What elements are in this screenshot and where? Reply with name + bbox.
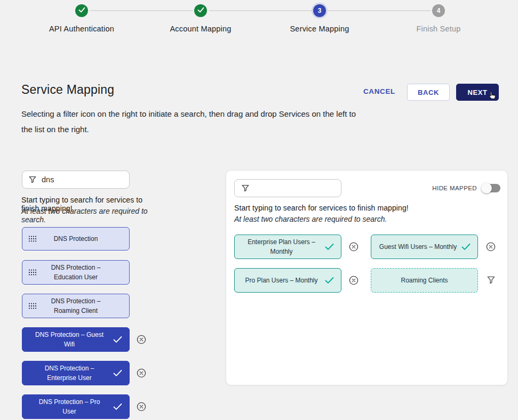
step-1-label: API Authentication — [28, 25, 135, 33]
step-2-label: Account Mapping — [147, 25, 254, 33]
unmap-button-enterprise-plan[interactable] — [349, 242, 358, 252]
step-2-indicator[interactable] — [194, 4, 207, 17]
target-chip-guest-wifi[interactable]: Guest Wifi Users – Monthly — [371, 235, 478, 259]
stepper-connector — [328, 10, 431, 11]
cancel-button[interactable]: CANCEL — [363, 87, 395, 95]
unmap-button-enterprise[interactable] — [137, 368, 146, 378]
unmap-button-pro[interactable] — [137, 402, 146, 411]
mapped-check-icon — [325, 244, 334, 251]
mapped-check-icon — [113, 370, 122, 377]
unmap-button-guest-wifi-monthly[interactable] — [486, 242, 496, 252]
right-helper-secondary: At least two characters are required to … — [234, 215, 387, 223]
mouse-cursor-icon — [487, 91, 497, 101]
mapped-check-icon — [325, 277, 334, 284]
step-number: 3 — [318, 7, 322, 14]
step-3-label: Service Mapping — [266, 25, 373, 33]
service-chip-dns-roaming[interactable]: DNS Protection – Roaming Client — [22, 294, 130, 318]
service-chip-dns-pro[interactable]: DNS Protection – Pro User — [22, 394, 130, 419]
target-chip-label: Roaming Clients — [393, 273, 455, 287]
search-filter-button-roaming[interactable] — [487, 276, 496, 285]
toggle-thumb — [481, 183, 492, 193]
service-chip-label: DNS Protection – Education User — [22, 261, 129, 284]
check-icon — [78, 7, 85, 14]
page-description: Selecting a filter icon on the right to … — [21, 106, 365, 137]
hide-mapped-label: HIDE MAPPED — [408, 185, 477, 191]
service-chip-dns-education[interactable]: DNS Protection – Education User — [22, 260, 130, 285]
drag-handle-icon[interactable] — [29, 270, 36, 276]
target-services-panel: HIDE MAPPED Start typing to search for s… — [226, 170, 508, 385]
left-search-input[interactable] — [22, 171, 130, 189]
drag-handle-icon[interactable] — [29, 303, 36, 309]
stepper-connector — [209, 10, 312, 11]
drag-handle-icon[interactable] — [29, 236, 36, 242]
right-helper-primary: Start typing to search for services to f… — [234, 204, 409, 212]
target-chip-enterprise-plan[interactable]: Enterprise Plan Users – Monthly — [234, 235, 341, 259]
step-4-indicator: 4 — [432, 4, 445, 17]
target-chip-roaming-clients[interactable]: Roaming Clients — [371, 268, 478, 293]
check-icon — [197, 7, 204, 14]
service-chip-dns-guest-wifi[interactable]: DNS Protection – Guest Wifi — [22, 327, 130, 352]
target-chip-label: Pro Plan Users – Monthly — [240, 273, 336, 287]
page-title: Service Mapping — [21, 83, 114, 97]
setup-stepper: 3 4 API Authentication Account Mapping S… — [0, 0, 518, 37]
step-1-indicator[interactable] — [75, 4, 88, 17]
unmap-button-guest-wifi[interactable] — [137, 335, 146, 344]
left-helper-secondary: At least two characters are required to … — [21, 207, 160, 224]
service-chip-label: DNS Protection — [39, 232, 113, 246]
target-chip-label: Guest Wifi Users – Monthly — [374, 240, 475, 254]
available-services-panel: Start typing to search for services to f… — [0, 165, 160, 420]
mapped-check-icon — [461, 244, 471, 251]
service-chip-label: DNS Protection – Roaming Client — [22, 294, 129, 318]
right-search-input[interactable] — [234, 179, 341, 197]
step-number: 4 — [437, 7, 441, 14]
back-button[interactable]: BACK — [407, 84, 450, 101]
step-4-label: Finish Setup — [385, 25, 492, 33]
mapped-check-icon — [113, 403, 122, 410]
mapped-check-icon — [113, 336, 122, 343]
unmap-button-pro-plan[interactable] — [349, 276, 358, 285]
step-3-indicator[interactable]: 3 — [313, 4, 326, 17]
stepper-connector — [90, 10, 193, 11]
target-chip-pro-plan[interactable]: Pro Plan Users – Monthly — [234, 268, 341, 293]
service-chip-dns-protection[interactable]: DNS Protection — [22, 227, 130, 251]
service-chip-dns-enterprise[interactable]: DNS Protection – Enterprise User — [22, 361, 130, 385]
hide-mapped-toggle[interactable] — [481, 183, 501, 193]
